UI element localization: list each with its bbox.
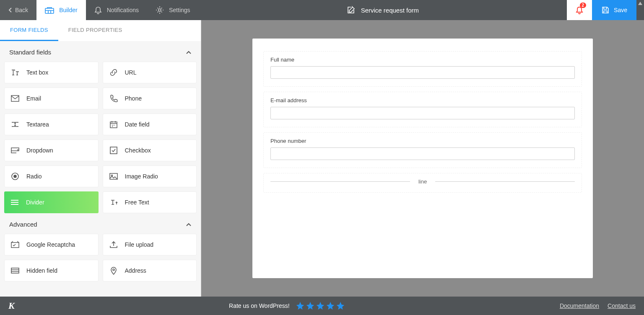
chevron-up-icon bbox=[186, 222, 192, 227]
field-date[interactable]: Date field bbox=[103, 114, 197, 135]
text-icon bbox=[10, 68, 20, 77]
link-icon bbox=[109, 68, 118, 77]
field-label: Image Radio bbox=[125, 173, 158, 180]
field-label: File upload bbox=[125, 241, 154, 248]
pin-icon bbox=[109, 266, 118, 275]
svg-rect-3 bbox=[110, 122, 117, 128]
tab-field-properties[interactable]: FIELD PROPERTIES bbox=[58, 20, 132, 41]
preview-field-phone[interactable]: Phone number bbox=[263, 132, 582, 168]
calendar-icon bbox=[109, 120, 118, 129]
canvas[interactable]: Full name E-mail address Phone number li… bbox=[201, 20, 644, 297]
phone-icon bbox=[109, 94, 118, 103]
field-label: Hidden field bbox=[26, 267, 57, 274]
save-label: Save bbox=[614, 7, 627, 13]
svg-point-1 bbox=[158, 9, 161, 11]
field-text-box[interactable]: Text box bbox=[4, 62, 99, 83]
preview-field-fullname[interactable]: Full name bbox=[263, 51, 582, 87]
star-icon bbox=[296, 301, 305, 310]
brand-logo: K bbox=[8, 300, 14, 311]
svg-rect-2 bbox=[11, 96, 19, 101]
divider-icon bbox=[10, 198, 19, 207]
back-button[interactable]: Back bbox=[0, 0, 36, 20]
contact-link[interactable]: Contact us bbox=[608, 302, 636, 309]
divider-text: line bbox=[418, 178, 427, 185]
rating-stars[interactable] bbox=[296, 301, 345, 310]
settings-tab[interactable]: Settings bbox=[147, 0, 199, 20]
notifications-label: Notifications bbox=[107, 7, 139, 13]
collapse-toggle[interactable] bbox=[636, 0, 644, 20]
svg-rect-5 bbox=[110, 147, 117, 154]
svg-point-7 bbox=[14, 175, 16, 178]
builder-tab[interactable]: Builder bbox=[36, 0, 86, 20]
svg-rect-0 bbox=[45, 8, 54, 13]
bell-icon bbox=[94, 6, 102, 14]
tab-form-fields[interactable]: FORM FIELDS bbox=[0, 20, 58, 41]
field-upload[interactable]: File upload bbox=[103, 234, 197, 256]
advanced-grid: Google Recaptcha File upload Hidden fiel… bbox=[0, 234, 201, 281]
field-label: Checkbox bbox=[125, 147, 151, 154]
field-radio[interactable]: Radio bbox=[4, 165, 99, 187]
standard-grid: Text box URL Email Phone Textarea Date f… bbox=[0, 62, 201, 213]
star-icon bbox=[326, 301, 335, 310]
field-url[interactable]: URL bbox=[103, 62, 197, 83]
recaptcha-icon bbox=[10, 240, 20, 249]
section-advanced-label: Advanced bbox=[9, 221, 37, 228]
preview-field-email[interactable]: E-mail address bbox=[263, 92, 582, 127]
field-label: Address bbox=[125, 267, 146, 274]
field-divider[interactable]: Divider bbox=[4, 191, 99, 213]
edit-icon bbox=[347, 6, 355, 14]
preview-input-email[interactable] bbox=[270, 107, 575, 119]
builder-label: Builder bbox=[59, 7, 78, 13]
checkbox-icon bbox=[109, 146, 118, 155]
svg-point-12 bbox=[113, 269, 114, 271]
form-title[interactable]: Service request form bbox=[361, 7, 419, 14]
divider-line bbox=[270, 181, 410, 182]
section-standard-label: Standard fields bbox=[9, 49, 51, 56]
preview-field-divider[interactable]: line bbox=[263, 173, 582, 193]
notifications-badge: 2 bbox=[580, 3, 587, 8]
preview-input-fullname[interactable] bbox=[270, 66, 575, 79]
field-label: Phone bbox=[125, 95, 142, 102]
sidebar: FORM FIELDS FIELD PROPERTIES Standard fi… bbox=[0, 20, 201, 297]
field-hidden[interactable]: Hidden field bbox=[4, 260, 99, 281]
triangle-up-icon bbox=[638, 2, 642, 5]
field-checkbox[interactable]: Checkbox bbox=[103, 139, 197, 161]
chevron-left-icon bbox=[8, 7, 13, 13]
sidebar-scroll[interactable]: Standard fields Text box URL Email Phone… bbox=[0, 41, 201, 297]
field-label: Free Text bbox=[125, 199, 149, 206]
save-button[interactable]: Save bbox=[592, 0, 636, 20]
field-image-radio[interactable]: Image Radio bbox=[103, 165, 197, 187]
form-title-container: Service request form bbox=[199, 0, 567, 20]
preview-label: Full name bbox=[270, 57, 575, 63]
documentation-link[interactable]: Documentation bbox=[560, 302, 599, 309]
field-label: Divider bbox=[26, 199, 44, 206]
field-label: Email bbox=[26, 95, 41, 102]
field-dropdown[interactable]: Dropdown bbox=[4, 139, 99, 161]
top-bar: Back Builder Notifications Settings Serv… bbox=[0, 0, 644, 20]
field-phone[interactable]: Phone bbox=[103, 88, 197, 109]
save-icon bbox=[601, 6, 610, 14]
textarea-icon bbox=[10, 120, 20, 129]
radio-icon bbox=[10, 172, 20, 181]
svg-rect-11 bbox=[11, 268, 19, 273]
field-address[interactable]: Address bbox=[103, 260, 197, 281]
chevron-up-icon bbox=[186, 50, 192, 54]
footer: K Rate us on WordPress! Documentation Co… bbox=[0, 297, 644, 315]
section-advanced[interactable]: Advanced bbox=[0, 213, 201, 234]
field-email[interactable]: Email bbox=[4, 88, 99, 109]
footer-links: Documentation Contact us bbox=[560, 302, 636, 309]
notifications-bell[interactable]: 2 bbox=[567, 0, 592, 20]
settings-label: Settings bbox=[169, 7, 190, 13]
notifications-tab[interactable]: Notifications bbox=[86, 0, 147, 20]
section-standard[interactable]: Standard fields bbox=[0, 41, 201, 62]
preview-input-phone[interactable] bbox=[270, 147, 575, 160]
field-free-text[interactable]: Free Text bbox=[103, 191, 197, 213]
star-icon bbox=[306, 301, 315, 310]
field-label: URL bbox=[125, 69, 137, 76]
gear-icon bbox=[156, 6, 164, 14]
mail-icon bbox=[10, 94, 20, 103]
field-label: Text box bbox=[26, 69, 48, 76]
field-recaptcha[interactable]: Google Recaptcha bbox=[4, 234, 99, 256]
field-textarea[interactable]: Textarea bbox=[4, 114, 99, 135]
freetext-icon bbox=[109, 198, 118, 207]
